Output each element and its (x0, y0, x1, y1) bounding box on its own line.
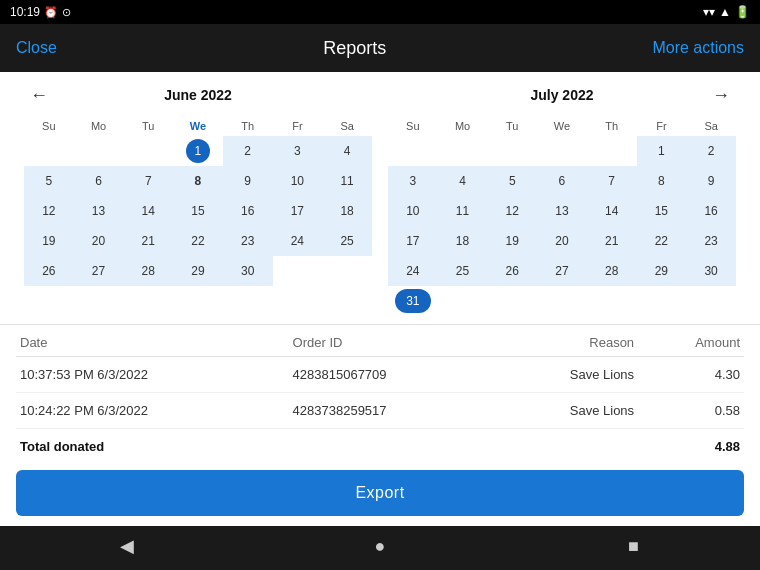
june-day-5[interactable]: 5 (24, 166, 74, 196)
june-day-8[interactable]: 8 (173, 166, 223, 196)
july-day-9[interactable]: 9 (686, 166, 736, 196)
june-day-30[interactable]: 30 (223, 256, 273, 286)
july-day-18[interactable]: 18 (438, 226, 488, 256)
june-day-20[interactable]: 20 (74, 226, 124, 256)
june-day-th: Th (223, 118, 273, 136)
june-week-4: 19 20 21 22 23 24 25 (24, 226, 372, 256)
total-label: Total donated (16, 429, 289, 463)
app-header: Close Reports More actions (0, 24, 760, 72)
june-empty-1 (24, 136, 74, 166)
june-day-10[interactable]: 10 (273, 166, 323, 196)
june-day-18[interactable]: 18 (322, 196, 372, 226)
main-content: ← June 2022 Su Mo Tu We Th Fr Sa (0, 72, 760, 526)
july-day-30[interactable]: 30 (686, 256, 736, 286)
july-week-6: 31 (388, 286, 736, 316)
june-day-4[interactable]: 4 (322, 136, 372, 166)
june-day-1[interactable]: 1 (173, 136, 223, 166)
july-day-28[interactable]: 28 (587, 256, 637, 286)
july-day-6[interactable]: 6 (537, 166, 587, 196)
close-button[interactable]: Close (16, 39, 57, 57)
june-day-19[interactable]: 19 (24, 226, 74, 256)
july-calendar-header: July 2022 → (388, 80, 736, 110)
june-day-13[interactable]: 13 (74, 196, 124, 226)
june-day-mo: Mo (74, 118, 124, 136)
june-day-12[interactable]: 12 (24, 196, 74, 226)
july-day-2[interactable]: 2 (686, 136, 736, 166)
total-row: Total donated 4.88 (16, 429, 744, 463)
june-day-16[interactable]: 16 (223, 196, 273, 226)
july-day-3[interactable]: 3 (388, 166, 438, 196)
june-day-tu: Tu (123, 118, 173, 136)
july-day-12[interactable]: 12 (487, 196, 537, 226)
june-week-3: 12 13 14 15 16 17 18 (24, 196, 372, 226)
june-day-22[interactable]: 22 (173, 226, 223, 256)
july-day-29[interactable]: 29 (637, 256, 687, 286)
june-day-28[interactable]: 28 (123, 256, 173, 286)
june-day-9[interactable]: 9 (223, 166, 273, 196)
prev-month-button[interactable]: ← (24, 80, 54, 110)
june-calendar-grid: Su Mo Tu We Th Fr Sa 1 2 (24, 118, 372, 286)
next-month-button[interactable]: → (706, 80, 736, 110)
wifi-icon: ▾▾ (703, 5, 715, 19)
june-day-2[interactable]: 2 (223, 136, 273, 166)
data-table-section: Date Order ID Reason Amount 10:37:53 PM … (0, 325, 760, 462)
july-day-22[interactable]: 22 (637, 226, 687, 256)
june-day-3[interactable]: 3 (273, 136, 323, 166)
june-day-25[interactable]: 25 (322, 226, 372, 256)
july-day-10[interactable]: 10 (388, 196, 438, 226)
donations-table: Date Order ID Reason Amount 10:37:53 PM … (16, 325, 744, 462)
july-week-3: 10 11 12 13 14 15 16 (388, 196, 736, 226)
july-day-1[interactable]: 1 (637, 136, 687, 166)
export-button[interactable]: Export (16, 470, 744, 516)
july-day-13[interactable]: 13 (537, 196, 587, 226)
july-day-26[interactable]: 26 (487, 256, 537, 286)
more-actions-button[interactable]: More actions (652, 39, 744, 57)
july-day-21[interactable]: 21 (587, 226, 637, 256)
june-weekday-row: Su Mo Tu We Th Fr Sa (24, 118, 372, 136)
signal-icon: ▲ (719, 5, 731, 19)
june-day-17[interactable]: 17 (273, 196, 323, 226)
july-day-25[interactable]: 25 (438, 256, 488, 286)
july-day-24[interactable]: 24 (388, 256, 438, 286)
july-day-11[interactable]: 11 (438, 196, 488, 226)
july-day-14[interactable]: 14 (587, 196, 637, 226)
home-nav-button[interactable]: ● (360, 526, 400, 566)
june-day-26[interactable]: 26 (24, 256, 74, 286)
july-day-fr: Fr (637, 118, 687, 136)
june-day-6[interactable]: 6 (74, 166, 124, 196)
july-empty-7 (487, 286, 537, 316)
july-day-4[interactable]: 4 (438, 166, 488, 196)
june-day-23[interactable]: 23 (223, 226, 273, 256)
july-day-20[interactable]: 20 (537, 226, 587, 256)
july-weekday-row: Su Mo Tu We Th Fr Sa (388, 118, 736, 136)
recent-nav-button[interactable]: ■ (613, 526, 653, 566)
july-day-19[interactable]: 19 (487, 226, 537, 256)
july-day-th: Th (587, 118, 637, 136)
june-day-21[interactable]: 21 (123, 226, 173, 256)
back-nav-button[interactable]: ◀ (107, 526, 147, 566)
july-day-16[interactable]: 16 (686, 196, 736, 226)
june-calendar-body: 1 2 3 4 5 6 7 8 9 10 11 (24, 136, 372, 286)
june-day-27[interactable]: 27 (74, 256, 124, 286)
july-day-23[interactable]: 23 (686, 226, 736, 256)
table-header-row: Date Order ID Reason Amount (16, 325, 744, 357)
june-day-15[interactable]: 15 (173, 196, 223, 226)
june-day-29[interactable]: 29 (173, 256, 223, 286)
june-empty-6 (273, 256, 323, 286)
june-day-14[interactable]: 14 (123, 196, 173, 226)
july-calendar-grid: Su Mo Tu We Th Fr Sa (388, 118, 736, 316)
july-day-17[interactable]: 17 (388, 226, 438, 256)
calendar-section: ← June 2022 Su Mo Tu We Th Fr Sa (0, 72, 760, 325)
july-empty-8 (537, 286, 587, 316)
july-day-15[interactable]: 15 (637, 196, 687, 226)
june-month-title: June 2022 (164, 87, 232, 103)
july-day-7[interactable]: 7 (587, 166, 637, 196)
july-day-27[interactable]: 27 (537, 256, 587, 286)
june-day-7[interactable]: 7 (123, 166, 173, 196)
july-day-31[interactable]: 31 (388, 286, 438, 316)
july-day-8[interactable]: 8 (637, 166, 687, 196)
june-day-24[interactable]: 24 (273, 226, 323, 256)
july-day-5[interactable]: 5 (487, 166, 537, 196)
july-calendar: July 2022 → Su Mo Tu We Th Fr Sa (380, 80, 744, 316)
june-day-11[interactable]: 11 (322, 166, 372, 196)
